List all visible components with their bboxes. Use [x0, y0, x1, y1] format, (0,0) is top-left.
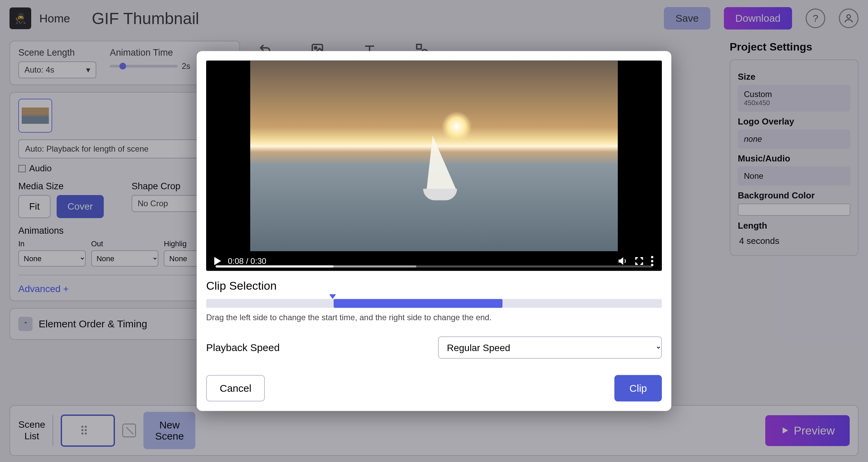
cancel-button[interactable]: Cancel — [206, 375, 265, 402]
clip-hint-text: Drag the left side to change the start t… — [206, 313, 662, 322]
clip-modal: 0:08 / 0:30 Clip Selection Drag the left… — [197, 51, 671, 411]
volume-icon[interactable] — [617, 256, 627, 266]
clip-range-track[interactable] — [206, 299, 662, 308]
more-icon[interactable] — [651, 256, 654, 266]
video-controls: 0:08 / 0:30 — [206, 251, 662, 271]
clip-playhead-marker[interactable] — [329, 294, 336, 299]
fullscreen-icon[interactable] — [634, 256, 644, 266]
clip-selection-heading: Clip Selection — [206, 279, 662, 292]
playback-speed-label: Playback Speed — [206, 342, 280, 353]
video-player[interactable]: 0:08 / 0:30 — [206, 61, 662, 271]
playback-speed-select[interactable]: Regular Speed — [438, 336, 662, 359]
boat-graphic — [413, 143, 454, 211]
video-time: 0:08 / 0:30 — [228, 256, 266, 266]
video-frame — [250, 61, 618, 251]
play-icon[interactable] — [214, 257, 221, 265]
clip-button[interactable]: Clip — [614, 375, 662, 402]
clip-selection-range[interactable] — [334, 299, 502, 308]
